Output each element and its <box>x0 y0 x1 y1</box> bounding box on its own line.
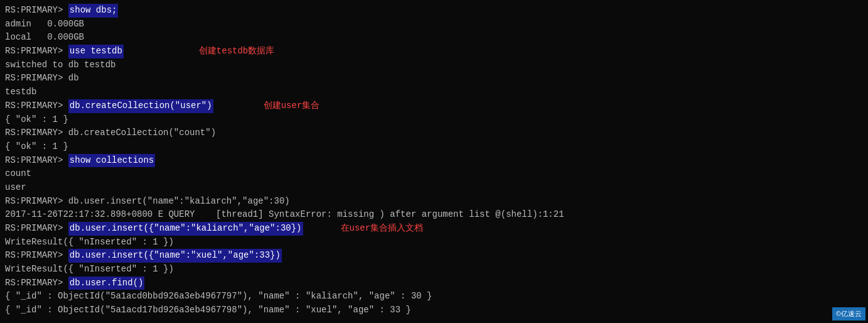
line-23: { "_id" : ObjectId("5a1acd17bd926a3eb496… <box>5 304 863 317</box>
watermark: ©亿速云 <box>832 307 865 320</box>
annotation-4: 创建testdb数据库 <box>199 45 274 58</box>
line-9: { "ok" : 1 } <box>5 113 863 127</box>
line-18: WriteResult({ "nInserted" : 1 }) <box>5 236 863 249</box>
output-2: admin 0.000GB <box>5 18 84 31</box>
output-14: user <box>5 181 26 195</box>
prompt-8: RS:PRIMARY> <box>5 99 68 113</box>
cmd-8: db.createCollection("user") <box>68 99 213 113</box>
cmd-1: show dbs; <box>68 4 119 18</box>
prompt-6: RS:PRIMARY> <box>5 72 68 85</box>
prompt-21: RS:PRIMARY> <box>5 276 68 290</box>
cmd-21: db.user.find() <box>68 276 145 290</box>
line-20: WriteResult({ "nInserted" : 1 }) <box>5 263 863 276</box>
cmd-19: db.user.insert({"name":"xuel","age":33}) <box>68 249 282 263</box>
cmd-6: db <box>68 72 79 85</box>
output-23: { "_id" : ObjectId("5a1acd17bd926a3eb496… <box>5 304 411 317</box>
line-3: local 0.000GB <box>5 31 863 45</box>
line-22: { "_id" : ObjectId("5a1acd0bbd926a3eb496… <box>5 290 863 304</box>
output-5: switched to db testdb <box>5 58 115 72</box>
line-17: RS:PRIMARY> db.user.insert({"name":"kali… <box>5 222 863 236</box>
output-22: { "_id" : ObjectId("5a1acd0bbd926a3eb496… <box>5 290 432 304</box>
line-11: { "ok" : 1 } <box>5 140 863 154</box>
output-7: testdb <box>5 85 36 99</box>
cmd-4: use testdb <box>68 45 124 58</box>
output-16: 2017-11-26T22:17:32.898+0800 E QUERY [th… <box>5 208 564 222</box>
line-2: admin 0.000GB <box>5 18 863 31</box>
line-7: testdb <box>5 85 863 99</box>
annotation-17: 在user集合插入文档 <box>341 222 424 236</box>
line-21: RS:PRIMARY> db.user.find() <box>5 276 863 290</box>
cmd-10: db.createCollection("count") <box>68 126 216 140</box>
output-18: WriteResult({ "nInserted" : 1 }) <box>5 236 174 249</box>
prompt-17: RS:PRIMARY> <box>5 222 68 236</box>
line-6: RS:PRIMARY> db <box>5 72 863 85</box>
prompt-12: RS:PRIMARY> <box>5 154 68 168</box>
line-13: count <box>5 167 863 181</box>
terminal: RS:PRIMARY> show dbs; admin 0.000GB loca… <box>0 0 868 323</box>
cmd-12: show collections <box>68 154 155 168</box>
prompt-1: RS:PRIMARY> <box>5 4 68 18</box>
annotation-8: 创建user集合 <box>264 99 320 113</box>
line-5: switched to db testdb <box>5 58 863 72</box>
line-19: RS:PRIMARY> db.user.insert({"name":"xuel… <box>5 249 863 263</box>
prompt-4: RS:PRIMARY> <box>5 45 68 58</box>
output-20: WriteResult({ "nInserted" : 1 }) <box>5 263 174 276</box>
cmd-15: db.user.insert("name":"kaliarch","age":3… <box>68 195 290 209</box>
line-15: RS:PRIMARY> db.user.insert("name":"kalia… <box>5 195 863 209</box>
output-11: { "ok" : 1 } <box>5 140 68 154</box>
line-16: 2017-11-26T22:17:32.898+0800 E QUERY [th… <box>5 208 863 222</box>
cmd-17: db.user.insert({"name":"kaliarch","age":… <box>68 222 303 236</box>
output-13: count <box>5 167 31 181</box>
line-12: RS:PRIMARY> show collections <box>5 154 863 168</box>
output-9: { "ok" : 1 } <box>5 113 68 127</box>
line-1: RS:PRIMARY> show dbs; <box>5 4 863 18</box>
output-3: local 0.000GB <box>5 31 84 45</box>
prompt-19: RS:PRIMARY> <box>5 249 68 263</box>
line-8: RS:PRIMARY> db.createCollection("user")创… <box>5 99 863 113</box>
line-14: user <box>5 181 863 195</box>
line-10: RS:PRIMARY> db.createCollection("count") <box>5 126 863 140</box>
prompt-15: RS:PRIMARY> <box>5 195 68 209</box>
line-4: RS:PRIMARY> use testdb创建testdb数据库 <box>5 45 863 58</box>
prompt-10: RS:PRIMARY> <box>5 126 68 140</box>
